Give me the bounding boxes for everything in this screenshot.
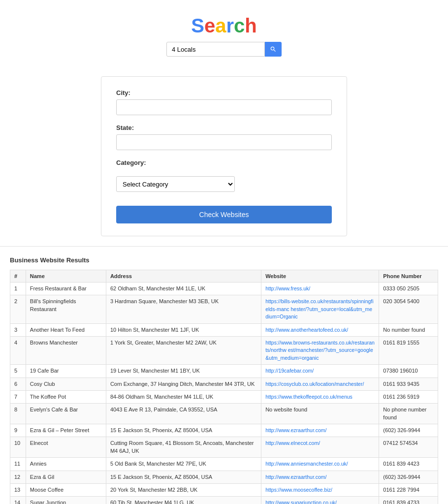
state-input[interactable] bbox=[116, 134, 332, 150]
cell-website[interactable]: http://www.anotherheartofeed.co.uk/ bbox=[261, 323, 379, 336]
table-row: 3Another Heart To Feed10 Hilton St, Manc… bbox=[10, 323, 438, 336]
website-link[interactable]: https://www.thekoffeepot.co.uk/menus bbox=[265, 394, 352, 400]
cell-num: 1 bbox=[10, 283, 26, 295]
cell-address: 19 Lever St, Manchester M1 1BY, UK bbox=[106, 365, 261, 378]
website-link[interactable]: http://www.ezraarthur.com/ bbox=[265, 474, 326, 480]
cell-name: The Koffee Pot bbox=[26, 390, 106, 403]
cell-name: Browns Manchester bbox=[26, 336, 106, 364]
cell-website[interactable]: http://www.sugarjunction.co.uk/ bbox=[261, 497, 379, 504]
header-section: Search bbox=[0, 0, 448, 66]
table-row: 8Evelyn's Cafe & Bar4043 E Ave R 13, Pal… bbox=[10, 404, 438, 424]
title-letter-e: e bbox=[204, 15, 215, 36]
cell-address: 4043 E Ave R 13, Palmdale, CA 93552, USA bbox=[106, 404, 261, 424]
website-link[interactable]: https://www.browns-restaurants.co.uk/res… bbox=[265, 340, 375, 361]
cell-num: 10 bbox=[10, 437, 26, 458]
category-select[interactable]: Select Category Restaurants Cafes Bars H… bbox=[116, 176, 235, 192]
cell-name: Annies bbox=[26, 458, 106, 471]
website-link[interactable]: http://www.elnecot.com/ bbox=[265, 440, 320, 446]
cell-phone: 0161 228 7994 bbox=[379, 484, 438, 497]
results-table: # Name Address Website Phone Number 1Fre… bbox=[10, 270, 438, 504]
cell-website[interactable]: http://www.ezraarthur.com/ bbox=[261, 424, 379, 437]
cell-website[interactable]: https://www.browns-restaurants.co.uk/res… bbox=[261, 336, 379, 364]
cell-num: 12 bbox=[10, 471, 26, 483]
cell-phone: 07380 196010 bbox=[379, 365, 438, 378]
cell-website: No website found bbox=[261, 404, 379, 424]
col-header-num: # bbox=[10, 270, 26, 283]
website-link[interactable]: http://19cafebar.com/ bbox=[265, 368, 314, 374]
cell-name: Ezra & Gil – Peter Street bbox=[26, 424, 106, 437]
website-link[interactable]: https://www.moosecoffee.biz/ bbox=[265, 487, 332, 493]
cell-phone: No number found bbox=[379, 323, 438, 336]
cell-name: Sugar Junction bbox=[26, 497, 106, 504]
table-row: 6Cosy ClubCorn Exchange, 37 Hanging Ditc… bbox=[10, 378, 438, 390]
search-button[interactable] bbox=[265, 42, 282, 57]
cell-phone: 0333 050 2505 bbox=[379, 283, 438, 295]
table-row: 12Ezra & Gil15 E Jackson St, Phoenix, AZ… bbox=[10, 471, 438, 483]
cell-phone: 0161 839 4733 bbox=[379, 497, 438, 504]
cell-website[interactable]: https://www.moosecoffee.biz/ bbox=[261, 484, 379, 497]
cell-website[interactable]: https://cosyclub.co.uk/location/manchest… bbox=[261, 378, 379, 390]
website-link[interactable]: http://www.sugarjunction.co.uk/ bbox=[265, 500, 337, 504]
check-websites-button[interactable]: Check Websites bbox=[116, 206, 332, 223]
search-icon bbox=[270, 46, 277, 53]
cell-website[interactable]: https://bills-website.co.uk/restaurants/… bbox=[261, 295, 379, 323]
cell-name: 19 Cafe Bar bbox=[26, 365, 106, 378]
cell-num: 8 bbox=[10, 404, 26, 424]
table-row: 7The Koffee Pot84-86 Oldham St, Manchest… bbox=[10, 390, 438, 403]
cell-num: 13 bbox=[10, 484, 26, 497]
cell-address: Cutting Room Square, 41 Blossom St, Anco… bbox=[106, 437, 261, 458]
cell-name: Ezra & Gil bbox=[26, 471, 106, 483]
cell-num: 9 bbox=[10, 424, 26, 437]
category-group: Category: Select Category Restaurants Ca… bbox=[116, 159, 332, 192]
cell-website[interactable]: http://19cafebar.com/ bbox=[261, 365, 379, 378]
col-header-phone: Phone Number bbox=[379, 270, 438, 283]
cell-name: Evelyn's Cafe & Bar bbox=[26, 404, 106, 424]
cell-phone: 0161 933 9435 bbox=[379, 378, 438, 390]
city-input[interactable] bbox=[116, 99, 332, 115]
cell-num: 5 bbox=[10, 365, 26, 378]
website-link[interactable]: http://www.fress.uk/ bbox=[265, 285, 310, 291]
cell-name: Moose Coffee bbox=[26, 484, 106, 497]
table-row: 13Moose Coffee20 York St, Manchester M2 … bbox=[10, 484, 438, 497]
cell-website[interactable]: http://www.fress.uk/ bbox=[261, 283, 379, 295]
cell-address: 15 E Jackson St, Phoenix, AZ 85004, USA bbox=[106, 424, 261, 437]
category-label: Category: bbox=[116, 159, 332, 166]
cell-name: Cosy Club bbox=[26, 378, 106, 390]
website-link[interactable]: http://www.anotherheartofeed.co.uk/ bbox=[265, 327, 348, 333]
cell-num: 11 bbox=[10, 458, 26, 471]
title-letter-a: a bbox=[215, 15, 226, 36]
cell-phone: (602) 326-9944 bbox=[379, 424, 438, 437]
cell-address: 20 York St, Manchester M2 2BB, UK bbox=[106, 484, 261, 497]
cell-name: Elnecot bbox=[26, 437, 106, 458]
cell-website[interactable]: http://www.ezraarthur.com/ bbox=[261, 471, 379, 483]
cell-num: 3 bbox=[10, 323, 26, 336]
cell-address: 62 Oldham St, Manchester M4 1LE, UK bbox=[106, 283, 261, 295]
website-link[interactable]: https://cosyclub.co.uk/location/manchest… bbox=[265, 381, 364, 387]
table-row: 9Ezra & Gil – Peter Street15 E Jackson S… bbox=[10, 424, 438, 437]
col-header-website: Website bbox=[261, 270, 379, 283]
website-link[interactable]: https://bills-website.co.uk/restaurants/… bbox=[265, 298, 373, 319]
cell-phone: No phone number found bbox=[379, 404, 438, 424]
table-row: 1Fress Restaurant & Bar62 Oldham St, Man… bbox=[10, 283, 438, 295]
website-link[interactable]: http://www.anniesmanchester.co.uk/ bbox=[265, 461, 348, 467]
cell-website[interactable]: http://www.anniesmanchester.co.uk/ bbox=[261, 458, 379, 471]
website-link[interactable]: http://www.ezraarthur.com/ bbox=[265, 427, 326, 433]
search-input[interactable] bbox=[166, 42, 265, 57]
cell-website[interactable]: http://www.elnecot.com/ bbox=[261, 437, 379, 458]
section-divider bbox=[0, 246, 448, 247]
cell-address: 15 E Jackson St, Phoenix, AZ 85004, USA bbox=[106, 471, 261, 483]
cell-num: 7 bbox=[10, 390, 26, 403]
cell-name: Bill's Spinningfields Restaurant bbox=[26, 295, 106, 323]
city-label: City: bbox=[116, 89, 332, 96]
results-title: Business Website Results bbox=[10, 256, 438, 264]
cell-address: Corn Exchange, 37 Hanging Ditch, Manches… bbox=[106, 378, 261, 390]
cell-phone: 020 3054 5400 bbox=[379, 295, 438, 323]
cell-phone: 07412 574534 bbox=[379, 437, 438, 458]
cell-address: 3 Hardman Square, Manchester M3 3EB, UK bbox=[106, 295, 261, 323]
table-row: 519 Cafe Bar19 Lever St, Manchester M1 1… bbox=[10, 365, 438, 378]
cell-website[interactable]: https://www.thekoffeepot.co.uk/menus bbox=[261, 390, 379, 403]
cell-address: 10 Hilton St, Manchester M1 1JF, UK bbox=[106, 323, 261, 336]
cell-name: Another Heart To Feed bbox=[26, 323, 106, 336]
cell-address: 1 York St, Greater, Manchester M2 2AW, U… bbox=[106, 336, 261, 364]
cell-phone: 0161 236 5919 bbox=[379, 390, 438, 403]
